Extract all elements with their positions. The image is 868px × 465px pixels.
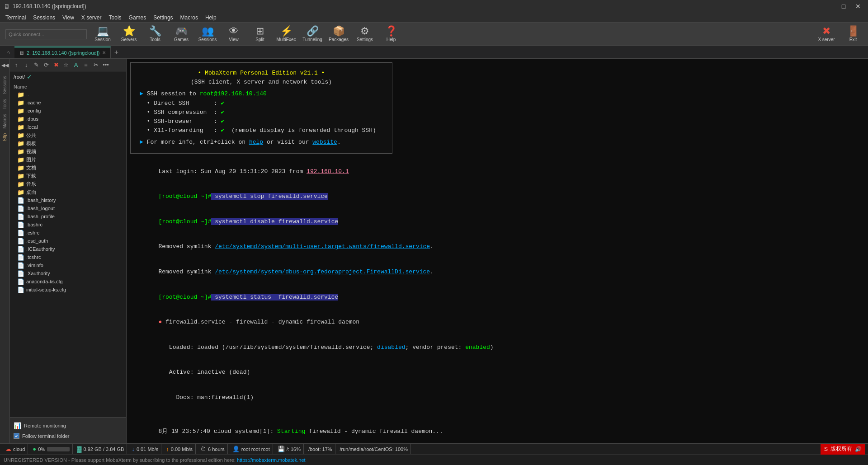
menu-macros[interactable]: Macros: [177, 14, 202, 22]
list-item[interactable]: 📁.dbus: [10, 115, 126, 123]
remote-monitoring-button[interactable]: 📊 Remote monitoring: [14, 420, 123, 431]
follow-terminal-folder-toggle[interactable]: ✔ Follow terminal folder: [14, 431, 123, 441]
list-item[interactable]: 📁视频: [10, 147, 126, 155]
fb-view-button[interactable]: ≡: [81, 61, 90, 70]
terminal-content[interactable]: • MobaXterm Personal Edition v21.1 • (SS…: [127, 59, 868, 443]
filename: .cshrc: [26, 230, 39, 235]
list-item[interactable]: 📄.tcshrc: [10, 253, 126, 261]
list-item[interactable]: 📄.viminfo: [10, 261, 126, 269]
mobatek-link[interactable]: https://mobaxterm.mobatek.net: [237, 457, 306, 463]
fb-edit-button[interactable]: ✎: [32, 61, 41, 70]
net-up-icon: ↑: [166, 446, 169, 452]
menu-sessions[interactable]: Sessions: [29, 14, 59, 22]
servers-button[interactable]: ⭐ Servers: [117, 24, 141, 45]
list-item[interactable]: 📁.local: [10, 123, 126, 131]
list-item[interactable]: 📄anaconda-ks.cfg: [10, 277, 126, 286]
home-tab-button[interactable]: ⌂: [2, 46, 14, 59]
list-item[interactable]: 📄.Xauthority: [10, 269, 126, 277]
filename: 图片: [26, 156, 36, 163]
menu-games[interactable]: Games: [125, 14, 150, 22]
help-button[interactable]: ❓ Help: [379, 24, 403, 45]
list-item[interactable]: 📄.bash_logout: [10, 204, 126, 212]
sessions-button[interactable]: 👥 Sessions: [195, 24, 220, 45]
follow-terminal-label: Follow terminal folder: [22, 433, 70, 439]
term-line: [root@cloud ~]# systemctl status firewal…: [130, 285, 864, 310]
xserver-button[interactable]: ✖ X server: [813, 24, 840, 45]
file-icon: 📄: [17, 238, 24, 244]
sessions-sidebar-label[interactable]: Sessions: [1, 74, 8, 96]
list-item[interactable]: 📁文档: [10, 164, 126, 172]
list-item[interactable]: 📄.cshrc: [10, 229, 126, 237]
collapse-sidebar-button[interactable]: ◀◀: [0, 61, 9, 70]
menu-terminal[interactable]: Terminal: [2, 14, 29, 22]
list-item[interactable]: 📄.bash_profile: [10, 212, 126, 221]
split-button[interactable]: ⊞ Split: [248, 24, 272, 45]
fb-up-button[interactable]: ↑: [12, 61, 21, 70]
maximize-button[interactable]: □: [837, 0, 850, 13]
list-item[interactable]: 📁模板: [10, 139, 126, 147]
view-button[interactable]: 👁 View: [222, 24, 246, 45]
fb-more-button[interactable]: •••: [101, 61, 110, 70]
tools-sidebar-label[interactable]: Tools: [1, 97, 8, 111]
file-icon: 📄: [17, 230, 24, 236]
fb-cut-button[interactable]: ✂: [91, 61, 100, 70]
list-item[interactable]: 📁桌面: [10, 188, 126, 196]
systray-text: 版权所有: [830, 445, 852, 453]
quick-connect-input[interactable]: Quick connect...: [5, 29, 87, 39]
menu-help[interactable]: Help: [202, 14, 220, 22]
term-line: Loaded: loaded (/usr/lib/systemd/system/…: [130, 335, 864, 360]
fb-delete-button[interactable]: ✖: [52, 61, 61, 70]
tunneling-button[interactable]: 🔗 Tunneling: [300, 24, 325, 45]
filename: .bash_logout: [26, 206, 55, 211]
term-line: Active: inactive (dead): [130, 360, 864, 385]
term-line: 8月 19 23:57:40 cloud systemd[1]: Startin…: [130, 419, 864, 443]
menu-settings[interactable]: Settings: [150, 14, 176, 22]
close-button[interactable]: ✕: [852, 0, 864, 13]
website-link[interactable]: website: [312, 139, 337, 146]
list-item[interactable]: 📁公共: [10, 131, 126, 139]
list-item[interactable]: 📁.config: [10, 107, 126, 115]
toolbar: Quick connect... 💻 Session ⭐ Servers 🔧 T…: [0, 23, 868, 46]
session-button[interactable]: 💻 Session: [90, 24, 115, 45]
list-item[interactable]: 📄.bashrc: [10, 221, 126, 229]
systray-icon-2[interactable]: 🔊: [855, 446, 862, 452]
list-item[interactable]: 📄.bash_history: [10, 196, 126, 204]
follow-checkbox[interactable]: ✔: [14, 433, 19, 439]
fb-down-button[interactable]: ↓: [22, 61, 31, 70]
multiexec-button[interactable]: ⚡ MultiExec: [274, 24, 298, 45]
systray-icon-1[interactable]: S: [824, 446, 828, 452]
fb-bookmark-button[interactable]: ☆: [61, 61, 71, 70]
sessions-label: Sessions: [198, 37, 217, 42]
tools-button[interactable]: 🔧 Tools: [143, 24, 167, 45]
filename: .Xauthority: [26, 271, 50, 276]
list-item[interactable]: 📄initial-setup-ks.cfg: [10, 286, 126, 294]
packages-button[interactable]: 📦 Packages: [326, 24, 351, 45]
menu-view[interactable]: View: [59, 14, 78, 22]
active-tab[interactable]: 🖥 2. 192.168.10.140 ([springcloud]) ✕: [14, 47, 111, 58]
list-item[interactable]: 📁音乐: [10, 180, 126, 188]
tab-close-icon[interactable]: ✕: [102, 50, 106, 55]
menu-tools[interactable]: Tools: [105, 14, 125, 22]
list-item[interactable]: 📄.esd_auth: [10, 237, 126, 245]
welcome-item-4: • X11-forwarding : ✔ (remote display is …: [140, 127, 383, 135]
macros-sidebar-label[interactable]: Macros: [1, 112, 8, 131]
exit-button[interactable]: 🚪 Exit: [842, 24, 864, 45]
window-controls: — □ ✕: [823, 0, 864, 13]
sb-cpu-label: 0%: [38, 446, 45, 452]
fb-filter-button[interactable]: A: [71, 61, 80, 70]
games-button[interactable]: 🎮 Games: [169, 24, 193, 45]
help-link[interactable]: help: [249, 139, 263, 146]
filename: .config: [26, 108, 41, 113]
sftp-sidebar-label[interactable]: Sftp: [1, 132, 8, 143]
list-item[interactable]: 📁图片: [10, 155, 126, 164]
list-item[interactable]: 📁下载: [10, 172, 126, 180]
list-item[interactable]: 📁.cache: [10, 99, 126, 107]
fb-refresh-button[interactable]: ⟳: [42, 61, 51, 70]
settings-button[interactable]: ⚙ Settings: [353, 24, 377, 45]
minimize-button[interactable]: —: [823, 0, 835, 13]
menu-xserver[interactable]: X server: [78, 14, 105, 22]
list-item[interactable]: 📄.ICEauthority: [10, 245, 126, 253]
new-tab-button[interactable]: +: [111, 47, 122, 58]
list-item[interactable]: 📁..: [10, 90, 126, 99]
path-text: /root/: [14, 74, 25, 80]
